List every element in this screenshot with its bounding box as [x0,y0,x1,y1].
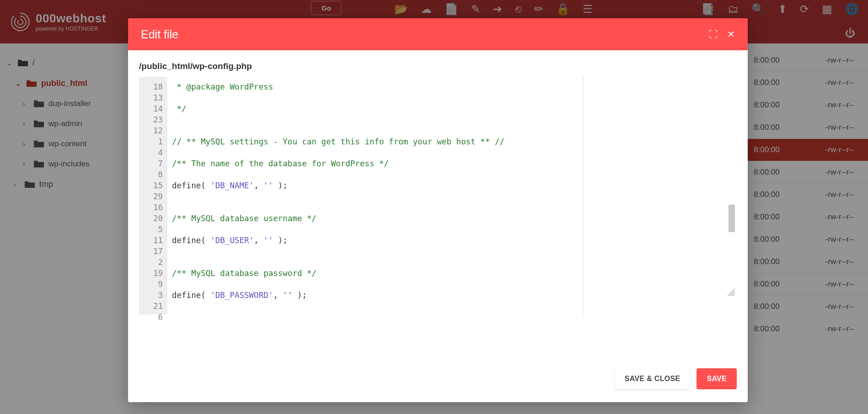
line-number: 17 [142,246,163,257]
line-number: 13 [142,92,163,103]
code-line: /** MySQL database username */ [172,213,579,224]
code-line [172,125,579,136]
line-number: 16 [142,202,163,213]
code-line [172,224,579,235]
scrollbar-thumb[interactable] [729,205,735,232]
code-line: /** MySQL database password */ [172,268,579,279]
line-number: 9 [142,279,163,290]
edit-file-modal: Edit file ⛶ ✕ /public_html/wp-config.php… [128,18,748,402]
line-number: 14 [142,103,163,114]
code-line: define( 'DB_PASSWORD', '' ); [172,290,579,301]
modal-title: Edit file [141,28,178,41]
file-path: /public_html/wp-config.php [128,50,748,77]
line-number: 19 [142,268,163,279]
code-line: /** The name of the database for WordPre… [172,158,579,169]
code-line [172,114,579,125]
save-close-button[interactable]: SAVE & CLOSE [615,368,691,389]
code-line [172,92,579,103]
line-number: 29 [142,191,163,202]
line-number: 6 [142,312,163,323]
code-line: */ [172,103,579,114]
expand-icon[interactable]: ⛶ [709,29,718,40]
close-icon[interactable]: ✕ [727,29,735,40]
code-editor[interactable]: 18131423121478152916205111721993216 * @p… [128,77,748,359]
modal-footer: SAVE & CLOSE SAVE [128,359,748,402]
code-line: define( 'DB_USER', '' ); [172,235,579,246]
code-line [172,147,579,158]
code-area[interactable]: * @package WordPress */// ** MySQL setti… [167,77,584,314]
line-number: 7 [142,158,163,169]
line-number: 5 [142,224,163,235]
code-line: // ** MySQL settings - You can get this … [172,136,579,147]
line-number: 3 [142,290,163,301]
code-line [172,312,579,314]
code-line: define( 'DB_NAME', '' ); [172,180,579,191]
line-number: 1 [142,136,163,147]
resize-handle[interactable] [728,289,735,296]
line-number: 12 [142,125,163,136]
line-number: 11 [142,235,163,246]
code-line [172,257,579,268]
line-number: 2 [142,257,163,268]
line-number: 4 [142,147,163,158]
modal-header: Edit file ⛶ ✕ [128,18,748,50]
line-number: 15 [142,180,163,191]
line-number: 21 [142,301,163,312]
code-line [172,246,579,257]
line-number-gutter: 18131423121478152916205111721993216 [139,77,167,314]
code-line [172,191,579,202]
code-line [172,279,579,290]
code-line [172,301,579,312]
line-number: 23 [142,114,163,125]
save-button[interactable]: SAVE [697,368,737,389]
line-number: 18 [142,81,163,92]
code-line [172,169,579,180]
code-line [172,202,579,213]
line-number: 8 [142,169,163,180]
code-line: * @package WordPress [172,81,579,92]
line-number: 20 [142,213,163,224]
